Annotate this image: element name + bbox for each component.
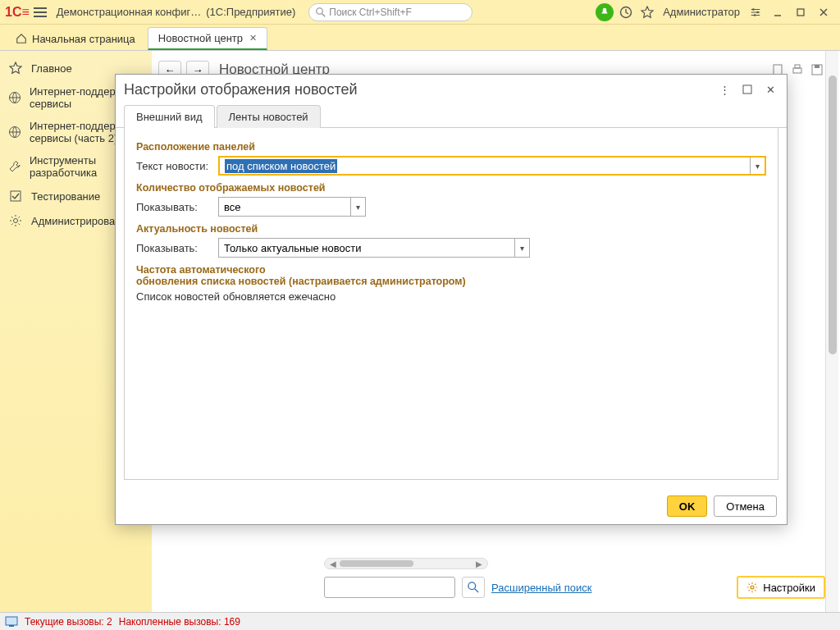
svg-rect-10 xyxy=(11,191,21,201)
combo-show-count[interactable]: все ▾ xyxy=(218,197,366,217)
tab-home[interactable]: Начальная страница xyxy=(5,27,146,50)
bottom-search-button[interactable] xyxy=(462,577,485,598)
tab-news-label: Новостной центр xyxy=(158,32,243,44)
label-show-relevance: Показывать: xyxy=(136,242,212,254)
status-total-calls: Накопленные вызовы: 169 xyxy=(119,616,240,628)
status-bar: Текущие вызовы: 2 Накопленные вызовы: 16… xyxy=(0,612,840,630)
menu-icon[interactable] xyxy=(34,11,47,13)
status-icon xyxy=(5,616,18,628)
svg-line-18 xyxy=(475,589,478,592)
combo-show-count-value: все xyxy=(219,201,350,213)
config-name: Демонстрационная конфиг… xyxy=(57,6,201,18)
bottom-panel: ◀▶ Расширенный поиск Настройки xyxy=(324,558,825,607)
dialog-maximize-icon[interactable] xyxy=(739,81,756,98)
settings-dialog: Настройки отображения новостей ⋮ ✕ Внешн… xyxy=(115,74,788,525)
sidebar-item-label: Главное xyxy=(31,62,72,75)
chevron-down-icon[interactable]: ▾ xyxy=(750,158,765,174)
home-icon xyxy=(16,33,27,44)
cancel-button[interactable]: Отмена xyxy=(714,495,777,517)
globe-icon xyxy=(8,90,21,105)
frequency-text: Список новостей обновляется ежечасно xyxy=(136,290,766,303)
svg-point-3 xyxy=(752,8,755,11)
tab-close-icon[interactable]: ✕ xyxy=(249,33,257,43)
svg-point-0 xyxy=(317,7,323,14)
minimize-button[interactable] xyxy=(768,3,788,21)
section-frequency: Частота автоматического обновления списк… xyxy=(136,264,766,287)
svg-point-11 xyxy=(14,219,18,223)
search-placeholder: Поиск Ctrl+Shift+F xyxy=(329,7,412,18)
settings-button-label: Настройки xyxy=(763,582,815,594)
title-bar: 1C≡ Демонстрационная конфиг… (1С:Предпри… xyxy=(0,0,840,25)
sidebar-item-label: Тестирование xyxy=(31,190,100,203)
tab-bar: Начальная страница Новостной центр ✕ xyxy=(0,25,840,51)
combo-newstext[interactable]: под списком новостей ▾ xyxy=(218,156,766,176)
search-icon xyxy=(468,582,479,593)
search-icon xyxy=(316,7,326,17)
combo-show-relevance-value: Только актуальные новости xyxy=(219,242,514,254)
chevron-down-icon[interactable]: ▾ xyxy=(514,239,529,257)
settings-button[interactable]: Настройки xyxy=(737,576,825,599)
chevron-down-icon[interactable]: ▾ xyxy=(350,198,365,216)
svg-rect-14 xyxy=(795,65,800,68)
dialog-more-icon[interactable]: ⋮ xyxy=(716,81,733,98)
label-show-count: Показывать: xyxy=(136,201,212,213)
dialog-tabs: Внешний вид Ленты новостей xyxy=(116,104,787,128)
combo-newstext-value: под списком новостей xyxy=(225,159,337,173)
bottom-search-input[interactable] xyxy=(324,577,455,598)
save-icon[interactable] xyxy=(810,63,824,76)
advanced-search-link[interactable]: Расширенный поиск xyxy=(491,582,591,594)
dialog-body: Расположение панелей Текст новости: под … xyxy=(124,128,778,480)
svg-point-4 xyxy=(756,11,759,13)
svg-rect-16 xyxy=(815,65,819,68)
check-icon xyxy=(8,189,23,203)
svg-rect-21 xyxy=(9,625,14,627)
svg-point-17 xyxy=(468,582,476,590)
dialog-tab-appearance[interactable]: Внешний вид xyxy=(124,105,215,128)
star-icon xyxy=(8,61,23,75)
search-input[interactable]: Поиск Ctrl+Shift+F xyxy=(308,3,472,21)
ok-button[interactable]: OK xyxy=(667,495,708,517)
wrench-icon xyxy=(8,159,21,174)
section-count: Количество отображаемых новостей xyxy=(136,182,766,194)
horizontal-scrollbar[interactable]: ◀▶ xyxy=(324,558,488,569)
svg-rect-13 xyxy=(793,68,801,73)
maximize-button[interactable] xyxy=(791,3,810,21)
svg-point-19 xyxy=(751,586,754,589)
user-label[interactable]: Администратор xyxy=(663,6,740,18)
svg-rect-7 xyxy=(797,9,804,16)
status-current-calls: Текущие вызовы: 2 xyxy=(25,616,112,628)
logo-1c: 1C≡ xyxy=(5,5,27,20)
close-button[interactable] xyxy=(814,3,833,21)
dialog-title: Настройки отображения новостей xyxy=(124,81,357,98)
label-newstext: Текст новости: xyxy=(136,160,212,172)
section-layout: Расположение панелей xyxy=(136,141,766,153)
vertical-scrollbar[interactable] xyxy=(825,51,838,612)
dialog-footer: OK Отмена xyxy=(116,488,787,524)
dialog-tab-feeds[interactable]: Ленты новостей xyxy=(217,105,321,128)
svg-rect-20 xyxy=(6,617,17,625)
svg-line-1 xyxy=(322,13,326,16)
platform-label: (1С:Предприятие) xyxy=(206,6,295,18)
dialog-header: Настройки отображения новостей ⋮ ✕ xyxy=(116,75,787,104)
section-relevance: Актуальность новостей xyxy=(136,223,766,235)
settings-lines-icon[interactable] xyxy=(746,3,765,21)
dialog-close-icon[interactable]: ✕ xyxy=(762,81,778,98)
print-icon[interactable] xyxy=(791,63,804,76)
star-icon[interactable] xyxy=(638,3,656,21)
tab-home-label: Начальная страница xyxy=(32,33,135,45)
tab-news[interactable]: Новостной центр ✕ xyxy=(148,27,267,50)
combo-show-relevance[interactable]: Только актуальные новости ▾ xyxy=(218,238,530,258)
bell-icon[interactable] xyxy=(596,3,614,21)
gear-icon xyxy=(8,213,23,228)
gear-icon xyxy=(746,582,758,593)
svg-point-5 xyxy=(754,14,756,16)
svg-rect-22 xyxy=(743,85,751,94)
globe-icon xyxy=(8,125,21,139)
history-icon[interactable] xyxy=(617,3,635,21)
